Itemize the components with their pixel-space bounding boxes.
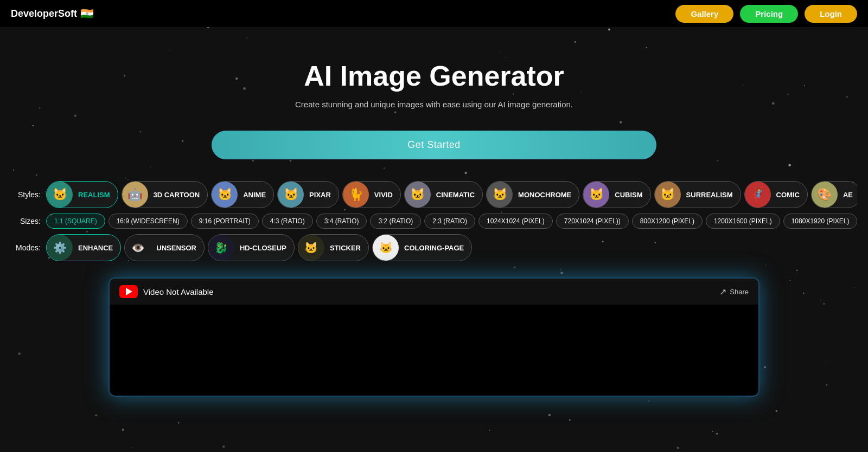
mode-item-coloring-page[interactable]: 🐱 COLORING-PAGE [372, 234, 472, 261]
mode-thumb-enhance: ⚙️ [47, 235, 73, 261]
style-item-anime[interactable]: 🐱 ANIME [211, 181, 274, 208]
sizes-label: Sizes: [11, 217, 41, 225]
style-label-surrealism: SURREALISM [681, 191, 741, 199]
youtube-play-icon [126, 288, 132, 295]
style-item-comic[interactable]: 🦸 COMIC [744, 181, 808, 208]
style-item-vivid[interactable]: 🐈 VIVID [342, 181, 401, 208]
style-thumb-cinematic: 🐱 [405, 182, 431, 208]
video-title-area: Video Not Available [119, 285, 214, 298]
style-thumb-cubism: 🐱 [583, 182, 609, 208]
style-label-realism: REALISM [73, 191, 118, 199]
pricing-button[interactable]: Pricing [740, 5, 798, 23]
size-item-1024x1024[interactable]: 1024X1024 (PIXEL) [478, 214, 553, 229]
style-label-cinematic: CINEMATIC [431, 191, 482, 199]
hero-subtitle: Create stunning and unique images with e… [0, 100, 868, 109]
mode-thumb-unsensor: 👁️ [125, 235, 151, 261]
main-content: AI Image Generator Create stunning and u… [0, 27, 868, 181]
flag-icon: 🇮🇳 [80, 7, 94, 20]
style-thumb-3d-cartoon: 🤖 [122, 182, 148, 208]
style-thumb-pixar: 🐱 [278, 182, 304, 208]
size-item-widescreen[interactable]: 16:9 (WIDESCREEN) [108, 214, 188, 229]
mode-label-coloring-page: COLORING-PAGE [399, 244, 471, 252]
mode-label-hd-closeup: HD-CLOSEUP [234, 244, 294, 252]
mode-thumb-hd-closeup: 🐉 [208, 235, 234, 261]
sizes-container: 1:1 (SQUARE)16:9 (WIDESCREEN)9:16 (PORTR… [46, 214, 857, 229]
video-body [110, 305, 758, 391]
style-label-pixar: PIXAR [304, 191, 339, 199]
mode-item-enhance[interactable]: ⚙️ ENHANCE [46, 234, 121, 261]
mode-label-unsensor: UNSENSOR [151, 244, 204, 252]
styles-container: 🐱 REALISM 🤖 3D CARTOON 🐱 ANIME 🐱 PIXAR 🐈… [46, 181, 857, 208]
size-item-square[interactable]: 1:1 (SQUARE) [46, 214, 105, 229]
mode-label-sticker: STICKER [324, 244, 368, 252]
video-wrapper: Video Not Available ↗ Share [108, 277, 760, 397]
size-item-2-3[interactable]: 2:3 (RATIO) [424, 214, 475, 229]
share-icon: ↗ [719, 287, 726, 297]
style-item-realism[interactable]: 🐱 REALISM [46, 181, 118, 208]
style-label-monochrome: MONOCHROME [513, 191, 579, 199]
style-item-3d-cartoon[interactable]: 🤖 3D CARTOON [122, 181, 208, 208]
style-label-ae: AE [838, 191, 857, 199]
style-label-3d-cartoon: 3D CARTOON [148, 191, 208, 199]
size-item-4-3[interactable]: 4:3 (RATIO) [262, 214, 313, 229]
mode-item-hd-closeup[interactable]: 🐉 HD-CLOSEUP [208, 234, 295, 261]
styles-label: Styles: [11, 190, 41, 199]
mode-thumb-sticker: 🐱 [298, 235, 324, 261]
style-item-surrealism[interactable]: 🐱 SURREALISM [654, 181, 741, 208]
mode-item-unsensor[interactable]: 👁️ UNSENSOR [124, 234, 205, 261]
navbar: DeveloperSoft 🇮🇳 Gallery Pricing Login [0, 0, 868, 27]
size-item-1200x1600[interactable]: 1200X1600 (PIXEL) [706, 214, 780, 229]
style-item-cubism[interactable]: 🐱 CUBISM [583, 181, 650, 208]
share-label: Share [730, 288, 749, 296]
sizes-row: Sizes: 1:1 (SQUARE)16:9 (WIDESCREEN)9:16… [11, 214, 857, 229]
share-button[interactable]: ↗ Share [719, 287, 749, 297]
style-label-comic: COMIC [771, 191, 807, 199]
style-label-anime: ANIME [238, 191, 273, 199]
style-item-ae[interactable]: 🎨 AE [811, 181, 857, 208]
mode-label-enhance: ENHANCE [73, 244, 120, 252]
mode-item-sticker[interactable]: 🐱 STICKER [298, 234, 369, 261]
hero-title: AI Image Generator [0, 60, 868, 92]
mode-thumb-coloring-page: 🐱 [373, 235, 399, 261]
style-thumb-monochrome: 🐱 [487, 182, 513, 208]
size-item-3-4[interactable]: 3:4 (RATIO) [316, 214, 367, 229]
size-item-1080x1920[interactable]: 1080X1920 (PIXEL) [783, 214, 857, 229]
style-thumb-vivid: 🐈 [343, 182, 369, 208]
size-item-portrait[interactable]: 9:16 (PORTRAIT) [191, 214, 259, 229]
style-thumb-anime: 🐱 [212, 182, 238, 208]
styles-row: Styles: 🐱 REALISM 🤖 3D CARTOON 🐱 ANIME 🐱… [11, 181, 857, 208]
size-item-3-2[interactable]: 3:2 (RATIO) [370, 214, 421, 229]
logo: DeveloperSoft 🇮🇳 [11, 7, 94, 20]
login-button[interactable]: Login [805, 5, 857, 23]
youtube-icon [119, 285, 138, 298]
nav-buttons: Gallery Pricing Login [675, 5, 857, 23]
style-label-vivid: VIVID [369, 191, 400, 199]
style-item-cinematic[interactable]: 🐱 CINEMATIC [404, 181, 483, 208]
style-thumb-ae: 🎨 [812, 182, 838, 208]
modes-label: Modes: [11, 243, 41, 252]
logo-text: DeveloperSoft [11, 8, 77, 20]
gallery-button[interactable]: Gallery [675, 5, 733, 23]
style-label-cubism: CUBISM [609, 191, 650, 199]
video-section: Video Not Available ↗ Share [108, 277, 760, 397]
style-thumb-comic: 🦸 [745, 182, 771, 208]
size-item-720x1024[interactable]: 720X1024 (PIXEL)) [556, 214, 629, 229]
style-thumb-surrealism: 🐱 [655, 182, 681, 208]
modes-container: ⚙️ ENHANCE 👁️ UNSENSOR 🐉 HD-CLOSEUP 🐱 ST… [46, 234, 472, 261]
video-topbar: Video Not Available ↗ Share [110, 279, 758, 305]
modes-row: Modes: ⚙️ ENHANCE 👁️ UNSENSOR 🐉 HD-CLOSE… [11, 234, 857, 261]
style-item-pixar[interactable]: 🐱 PIXAR [277, 181, 339, 208]
get-started-button[interactable]: Get Started [212, 131, 656, 159]
video-not-available-text: Video Not Available [143, 287, 214, 296]
style-thumb-realism: 🐱 [47, 182, 73, 208]
style-item-monochrome[interactable]: 🐱 MONOCHROME [486, 181, 579, 208]
options-section: Styles: 🐱 REALISM 🤖 3D CARTOON 🐱 ANIME 🐱… [0, 181, 868, 261]
size-item-800x1200[interactable]: 800X1200 (PIXEL) [632, 214, 703, 229]
